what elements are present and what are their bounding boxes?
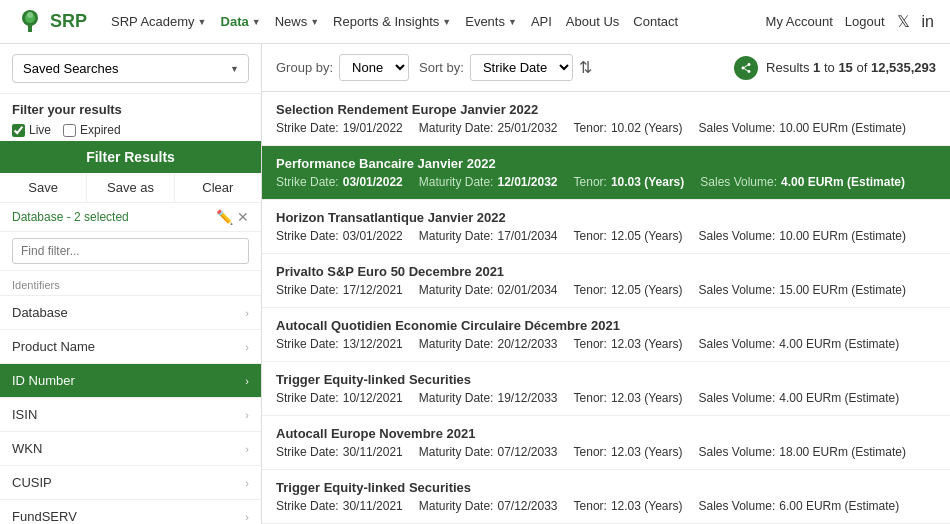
news-chevron: ▼ (310, 17, 319, 27)
result-title: Selection Rendement Europe Janvier 2022 (276, 102, 936, 117)
result-title: Performance Bancaire Janvier 2022 (276, 156, 936, 171)
filter-item-label: Database (12, 305, 68, 320)
nav-srp-academy[interactable]: SRP Academy ▼ (111, 14, 207, 29)
sort-by-label: Sort by: (419, 60, 464, 75)
filter-item-isin[interactable]: ISIN› (0, 398, 261, 432)
live-checkbox-label[interactable]: Live (12, 123, 51, 137)
result-title: Trigger Equity-linked Securities (276, 480, 936, 495)
results-to: 15 (838, 60, 852, 75)
strike-date: Strike Date: 13/12/2021 (276, 337, 403, 351)
events-chevron: ▼ (508, 17, 517, 27)
sort-by-select[interactable]: Strike Date (470, 54, 573, 81)
tenor: Tenor: 10.03 (Years) (574, 175, 685, 189)
save-button[interactable]: Save (0, 173, 87, 202)
strike-date: Strike Date: 30/11/2021 (276, 445, 403, 459)
maturity-date: Maturity Date: 12/01/2032 (419, 175, 558, 189)
my-account-link[interactable]: My Account (766, 14, 833, 29)
close-icon[interactable]: ✕ (237, 209, 249, 225)
logo[interactable]: SRP (16, 8, 87, 36)
sort-direction-icon[interactable]: ⇅ (579, 58, 592, 77)
live-checkbox[interactable] (12, 124, 25, 137)
filter-item-cusip[interactable]: CUSIP› (0, 466, 261, 500)
filter-checkboxes: Live Expired (12, 123, 249, 137)
strike-date: Strike Date: 03/01/2022 (276, 175, 403, 189)
tenor: Tenor: 12.05 (Years) (574, 283, 683, 297)
results-total: 12,535,293 (871, 60, 936, 75)
result-item[interactable]: Trigger Equity-linked Securities Strike … (262, 470, 950, 524)
result-item[interactable]: Privalto S&P Euro 50 Decembre 2021 Strik… (262, 254, 950, 308)
svg-rect-1 (28, 24, 32, 32)
result-item[interactable]: Autocall Quotidien Economie Circulaire D… (262, 308, 950, 362)
save-as-button[interactable]: Save as (87, 173, 174, 202)
expired-checkbox[interactable] (63, 124, 76, 137)
sales-volume: Sales Volume: 4.00 EURm (Estimate) (700, 175, 905, 189)
filter-item-database[interactable]: Database› (0, 296, 261, 330)
result-item[interactable]: Autocall Europe Novembre 2021 Strike Dat… (262, 416, 950, 470)
filter-actions: Save Save as Clear (0, 173, 261, 203)
filter-item-product-name[interactable]: Product Name› (0, 330, 261, 364)
result-item[interactable]: Performance Bancaire Janvier 2022 Strike… (262, 146, 950, 200)
expired-checkbox-label[interactable]: Expired (63, 123, 121, 137)
srp-academy-chevron: ▼ (198, 17, 207, 27)
tenor: Tenor: 12.05 (Years) (574, 229, 683, 243)
nav-events[interactable]: Events ▼ (465, 14, 517, 29)
filter-item-wkn[interactable]: WKN› (0, 432, 261, 466)
maturity-date: Maturity Date: 07/12/2033 (419, 445, 558, 459)
chevron-right-icon: › (245, 443, 249, 455)
nav-reports[interactable]: Reports & Insights ▼ (333, 14, 451, 29)
svg-point-3 (27, 12, 33, 18)
main-content: Group by: None Sort by: Strike Date ⇅ Re… (262, 44, 950, 524)
data-chevron: ▼ (252, 17, 261, 27)
saved-searches-wrapper: Saved Searches (12, 54, 249, 83)
results-from: 1 (813, 60, 820, 75)
main-layout: Saved Searches Filter your results Live … (0, 44, 950, 524)
toolbar: Group by: None Sort by: Strike Date ⇅ Re… (262, 44, 950, 92)
sales-volume: Sales Volume: 18.00 EURm (Estimate) (699, 445, 906, 459)
edit-icon[interactable]: ✏️ (216, 209, 233, 225)
chevron-right-icon: › (245, 511, 249, 523)
filter-item-label: WKN (12, 441, 42, 456)
nav-news[interactable]: News ▼ (275, 14, 319, 29)
linkedin-icon[interactable]: in (922, 13, 934, 31)
result-meta: Strike Date: 03/01/2022 Maturity Date: 1… (276, 175, 936, 189)
result-meta: Strike Date: 13/12/2021 Maturity Date: 2… (276, 337, 936, 351)
maturity-date: Maturity Date: 20/12/2033 (419, 337, 558, 351)
result-item[interactable]: Selection Rendement Europe Janvier 2022 … (262, 92, 950, 146)
nav-api[interactable]: API (531, 14, 552, 29)
result-meta: Strike Date: 30/11/2021 Maturity Date: 0… (276, 445, 936, 459)
maturity-date: Maturity Date: 19/12/2033 (419, 391, 558, 405)
sales-volume: Sales Volume: 6.00 EURm (Estimate) (699, 499, 900, 513)
database-tag-icons: ✏️ ✕ (216, 209, 249, 225)
filter-item-label: ID Number (12, 373, 75, 388)
logout-link[interactable]: Logout (845, 14, 885, 29)
chevron-right-icon: › (245, 341, 249, 353)
result-title: Trigger Equity-linked Securities (276, 372, 936, 387)
logo-text: SRP (50, 11, 87, 32)
saved-searches-select[interactable]: Saved Searches (12, 54, 249, 83)
clear-button[interactable]: Clear (175, 173, 261, 202)
filter-item-fundserv[interactable]: FundSERV› (0, 500, 261, 524)
group-by-control: Group by: None (276, 54, 409, 81)
sales-volume: Sales Volume: 4.00 EURm (Estimate) (699, 337, 900, 351)
nav-contact[interactable]: Contact (633, 14, 678, 29)
group-by-select[interactable]: None (339, 54, 409, 81)
nav-about[interactable]: About Us (566, 14, 619, 29)
find-filter-input[interactable] (12, 238, 249, 264)
filter-item-label: ISIN (12, 407, 37, 422)
twitter-icon[interactable]: 𝕏 (897, 12, 910, 31)
strike-date: Strike Date: 10/12/2021 (276, 391, 403, 405)
result-item[interactable]: Trigger Equity-linked Securities Strike … (262, 362, 950, 416)
result-meta: Strike Date: 30/11/2021 Maturity Date: 0… (276, 499, 936, 513)
sales-volume: Sales Volume: 15.00 EURm (Estimate) (699, 283, 906, 297)
tenor: Tenor: 10.02 (Years) (574, 121, 683, 135)
result-meta: Strike Date: 10/12/2021 Maturity Date: 1… (276, 391, 936, 405)
sales-volume: Sales Volume: 10.00 EURm (Estimate) (699, 121, 906, 135)
result-item[interactable]: Horizon Transatlantique Janvier 2022 Str… (262, 200, 950, 254)
group-by-label: Group by: (276, 60, 333, 75)
filter-item-label: CUSIP (12, 475, 52, 490)
filter-item-id-number[interactable]: ID Number› (0, 364, 261, 398)
nav-data[interactable]: Data ▼ (221, 14, 261, 29)
share-button[interactable] (734, 56, 758, 80)
filter-results-header: Filter Results (0, 141, 261, 173)
results-info: Results 1 to 15 of 12,535,293 (734, 56, 936, 80)
